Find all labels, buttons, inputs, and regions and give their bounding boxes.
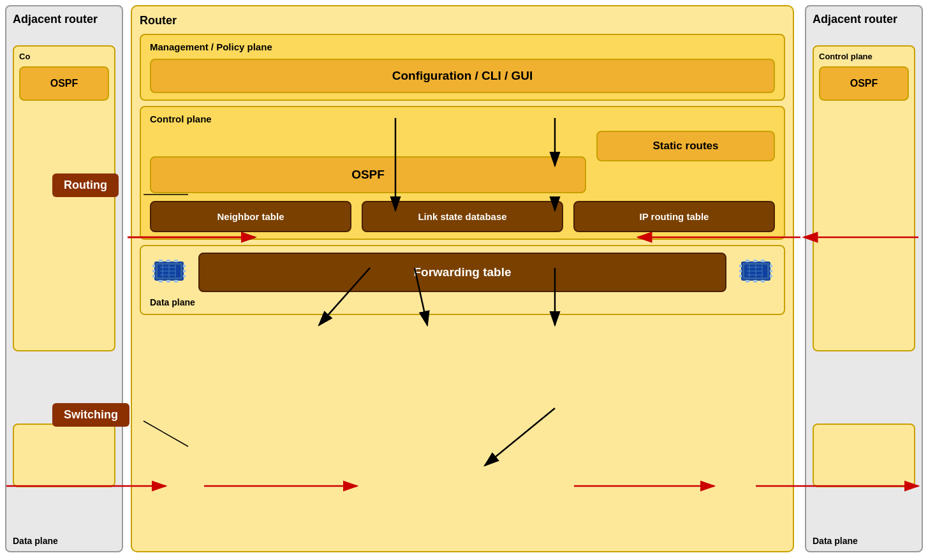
mgmt-plane-section: Management / Policy plane Configuration …	[140, 34, 785, 101]
svg-rect-26	[770, 275, 772, 277]
main-router-panel: Router Management / Policy plane Configu…	[131, 5, 794, 552]
right-control-plane-panel: Control plane OSPF	[813, 45, 915, 351]
left-control-plane-panel: Co OSPF	[13, 45, 115, 351]
right-adjacent-router: Adjacent router Control plane OSPF Data …	[805, 5, 923, 552]
svg-rect-30	[746, 280, 749, 283]
main-router-title: Router	[140, 14, 785, 27]
svg-rect-7	[159, 260, 163, 262]
svg-rect-5	[183, 270, 186, 272]
static-routes-box: Static routes	[596, 131, 775, 161]
data-plane-label: Data plane	[150, 297, 775, 307]
svg-rect-24	[770, 265, 772, 267]
right-ospf-box: OSPF	[819, 66, 909, 101]
right-data-plane-panel	[813, 424, 915, 487]
svg-rect-32	[761, 280, 765, 283]
svg-rect-4	[183, 265, 186, 267]
svg-rect-10	[159, 280, 163, 283]
svg-rect-3	[152, 275, 155, 277]
svg-rect-6	[183, 275, 186, 277]
svg-rect-25	[770, 270, 772, 272]
neighbor-table-box: Neighbor table	[150, 201, 351, 232]
left-ospf-box: OSPF	[19, 66, 109, 101]
left-router-title: Adjacent router	[13, 13, 115, 26]
right-chip-icon	[737, 257, 775, 288]
routing-label: Routing	[52, 173, 119, 197]
svg-rect-29	[761, 260, 765, 262]
right-control-label: Control plane	[819, 52, 909, 61]
right-router-title: Adjacent router	[813, 13, 915, 26]
svg-rect-21	[739, 265, 742, 267]
svg-rect-31	[753, 280, 757, 283]
left-adjacent-router: Adjacent router Co OSPF Data plane	[5, 5, 123, 552]
diagram-wrapper: Adjacent router Co OSPF Data plane Adjac…	[0, 0, 928, 560]
svg-rect-1	[152, 265, 155, 267]
ip-routing-table-box: IP routing table	[573, 201, 775, 232]
switching-label: Switching	[52, 403, 129, 427]
left-control-label: Co	[19, 52, 109, 61]
svg-rect-23	[739, 275, 742, 277]
mgmt-plane-label: Management / Policy plane	[150, 41, 775, 52]
svg-rect-2	[152, 270, 155, 272]
left-chip-icon	[150, 257, 188, 288]
svg-rect-27	[746, 260, 749, 262]
left-data-plane-panel	[13, 424, 115, 487]
right-data-plane-label: Data plane	[813, 536, 858, 546]
svg-rect-22	[739, 270, 742, 272]
data-plane-section: Forwarding table	[140, 245, 785, 315]
svg-rect-12	[174, 280, 178, 283]
config-box: Configuration / CLI / GUI	[150, 59, 775, 93]
link-state-db-box: Link state database	[362, 201, 563, 232]
forwarding-table-box: Forwarding table	[198, 253, 726, 292]
control-plane-label: Control plane	[150, 114, 775, 124]
left-data-plane-label: Data plane	[13, 536, 58, 546]
svg-rect-11	[166, 280, 170, 283]
ospf-main-box: OSPF	[150, 156, 586, 193]
control-plane-section: Control plane OSPF Static routes Neighbo…	[140, 106, 785, 240]
svg-rect-28	[753, 260, 757, 262]
svg-rect-9	[174, 260, 178, 262]
svg-rect-8	[166, 260, 170, 262]
